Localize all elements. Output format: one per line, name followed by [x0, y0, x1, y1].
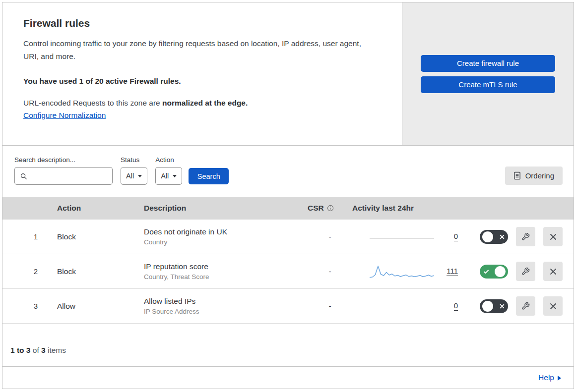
- rule-description: Allow listed IPs: [144, 297, 308, 306]
- column-activity: Activity last 24hr: [352, 204, 464, 213]
- rule-action: Block: [57, 267, 144, 276]
- rule-action: Block: [57, 232, 144, 241]
- chevron-down-icon: [173, 175, 177, 177]
- filter-bar: Search description... Status All Action …: [2, 146, 574, 197]
- rule-criteria: Country: [144, 238, 308, 246]
- rule-priority: 3: [14, 302, 57, 310]
- usage-text: You have used 1 of 20 active Firewall ru…: [23, 77, 382, 86]
- table-row: 2 Block IP reputation score Country, Thr…: [2, 254, 574, 289]
- status-filter-group: Status All: [121, 156, 147, 185]
- edit-rule-button[interactable]: [516, 262, 535, 281]
- action-dropdown[interactable]: All: [155, 167, 182, 185]
- rule-description-cell: Does not originate in UK Country: [144, 227, 308, 246]
- create-firewall-rule-button[interactable]: Create firewall rule: [421, 55, 555, 72]
- rule-criteria: Country, Threat Score: [144, 273, 308, 280]
- close-icon: [550, 233, 557, 240]
- rule-description-cell: Allow listed IPs IP Source Address: [144, 297, 308, 315]
- column-action: Action: [57, 204, 144, 213]
- normalization-text: URL-encoded Requests to this zone are no…: [23, 99, 382, 108]
- page-title: Firewall rules: [23, 17, 382, 29]
- actions-panel: Create firewall rule Create mTLS rule: [402, 2, 574, 145]
- edit-rule-button[interactable]: [516, 227, 535, 246]
- items-range: 1 to 3: [10, 346, 30, 354]
- rule-controls: [464, 227, 563, 246]
- status-label: Status: [121, 156, 147, 164]
- toggle-knob: [482, 301, 493, 312]
- rule-activity-cell: 0: [352, 298, 464, 314]
- rule-enabled-toggle[interactable]: [480, 230, 508, 244]
- page-description: Control incoming traffic to your zone by…: [23, 37, 376, 63]
- search-label: Search description...: [14, 156, 113, 164]
- intro-area: Firewall rules Control incoming traffic …: [2, 2, 402, 145]
- ordering-icon: [513, 171, 521, 180]
- table-row: 1 Block Does not originate in UK Country…: [2, 220, 574, 254]
- action-label: Action: [155, 156, 182, 164]
- close-icon: [550, 303, 557, 310]
- activity-sparkline: [370, 298, 434, 314]
- wrench-icon: [521, 232, 530, 241]
- activity-count-link[interactable]: 0: [454, 301, 458, 311]
- activity-count-link[interactable]: 111: [447, 267, 458, 276]
- column-description: Description: [144, 204, 308, 213]
- rule-description: Does not originate in UK: [144, 227, 308, 236]
- delete-rule-button[interactable]: [543, 227, 563, 246]
- status-dropdown-value: All: [126, 172, 134, 180]
- rule-enabled-toggle[interactable]: [480, 299, 508, 313]
- normalization-bold: normalized at the edge.: [162, 99, 248, 107]
- chevron-down-icon: [138, 175, 142, 177]
- action-filter-group: Action All: [155, 156, 182, 185]
- delete-rule-button[interactable]: [543, 262, 563, 281]
- help-link[interactable]: Help: [538, 373, 561, 382]
- ordering-button[interactable]: Ordering: [505, 167, 563, 185]
- arrow-right-icon: [558, 376, 561, 381]
- rule-description-cell: IP reputation score Country, Threat Scor…: [144, 262, 308, 280]
- rule-controls: [464, 296, 563, 316]
- normalization-prefix: URL-encoded Requests to this zone are: [23, 99, 162, 107]
- delete-rule-button[interactable]: [543, 296, 563, 316]
- search-input[interactable]: [31, 172, 112, 180]
- action-dropdown-value: All: [161, 172, 169, 180]
- wrench-icon: [521, 267, 530, 276]
- column-csr: CSR: [308, 204, 352, 213]
- rule-criteria: IP Source Address: [144, 308, 308, 315]
- activity-sparkline: [370, 229, 434, 245]
- wrench-icon: [521, 302, 530, 310]
- x-icon: [499, 234, 506, 239]
- configure-normalization-link[interactable]: Configure Normalization: [23, 111, 106, 120]
- rule-action: Allow: [57, 302, 144, 311]
- search-button[interactable]: Search: [189, 168, 229, 184]
- table-row: 3 Allow Allow listed IPs IP Source Addre…: [2, 289, 574, 324]
- rule-csr: -: [308, 302, 352, 311]
- pagination-summary: 1 to 3 of 3 items: [2, 327, 574, 367]
- edit-rule-button[interactable]: [516, 296, 535, 316]
- rule-priority: 2: [14, 267, 57, 276]
- search-box: [14, 167, 113, 185]
- search-icon: [20, 172, 27, 180]
- table-header: Action Description CSR Activity last 24h…: [2, 197, 574, 220]
- x-icon: [499, 304, 506, 309]
- rule-controls: [464, 262, 563, 281]
- top-section: Firewall rules Control incoming traffic …: [2, 2, 574, 146]
- create-mtls-rule-button[interactable]: Create mTLS rule: [421, 76, 555, 93]
- rule-enabled-toggle[interactable]: [480, 265, 508, 279]
- toggle-knob: [495, 266, 506, 277]
- items-total: 3: [41, 346, 46, 354]
- close-icon: [550, 268, 557, 275]
- rule-description: IP reputation score: [144, 262, 308, 271]
- help-row: Help: [2, 367, 574, 389]
- ordering-button-label: Ordering: [525, 171, 554, 180]
- firewall-rules-panel: Firewall rules Control incoming traffic …: [2, 2, 574, 389]
- check-icon: [482, 269, 490, 275]
- toggle-knob: [482, 231, 493, 242]
- rule-csr: -: [308, 232, 352, 241]
- activity-count-link[interactable]: 0: [454, 232, 458, 241]
- rule-csr: -: [308, 267, 352, 276]
- activity-sparkline: [370, 264, 434, 280]
- rule-priority: 1: [14, 232, 57, 241]
- rule-activity-cell: 111: [352, 264, 464, 280]
- search-filter-group: Search description...: [14, 156, 113, 185]
- info-icon[interactable]: [327, 205, 334, 212]
- rule-activity-cell: 0: [352, 229, 464, 245]
- status-dropdown[interactable]: All: [121, 167, 147, 185]
